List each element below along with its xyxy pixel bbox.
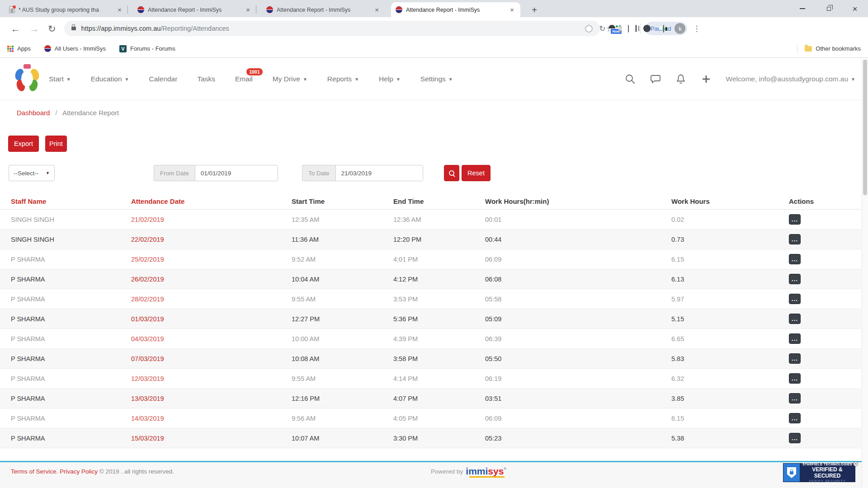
other-bookmarks[interactable]: Other bookmarks [797,44,861,53]
cell-work-hours: 6.15 [671,415,789,422]
privacy-link[interactable]: Privacy Policy [60,468,98,475]
nav-right-cluster: Welcome, info@ausstudygroup.com.au▼ [625,74,855,84]
new-tab-button[interactable]: + [528,4,541,16]
back-button[interactable]: ← [11,24,20,33]
close-button[interactable]: × [842,0,868,17]
welcome-account-menu[interactable]: Welcome, info@ausstudygroup.com.au▼ [726,75,855,83]
add-icon[interactable] [701,74,712,84]
cell-attendance-date: 22/02/2019 [131,236,292,243]
browser-tab-3[interactable]: Attendance Report - ImmiSys × [262,2,385,17]
filter-row: --Select-- ▼ From Date To Date Reset [0,165,868,182]
minimize-button[interactable] [789,0,816,17]
search-button[interactable] [444,165,459,181]
breadcrumb-dashboard-link[interactable]: Dashboard [17,109,50,117]
from-date-input[interactable] [195,165,278,181]
tab-close-icon[interactable]: × [116,5,123,14]
bookmark-all-users[interactable]: All Users - ImmiSys [44,45,106,52]
nav-item-help[interactable]: Help▼ [379,75,401,83]
cell-work-hours-hrmin: 06:08 [485,276,671,283]
row-actions-button[interactable]: ... [789,214,801,225]
cell-attendance-date: 15/03/2019 [131,435,292,442]
column-header-work-hours[interactable]: Work Hours [671,197,789,205]
cell-staff-name: SINGH SINGH [11,216,131,223]
aus-study-group-logo[interactable] [15,64,39,92]
nav-item-email[interactable]: Email1001 [235,75,253,83]
cell-attendance-date: 01/03/2019 [131,315,292,323]
row-actions-button[interactable]: ... [789,294,801,304]
browser-tab-2[interactable]: Attendance Report - ImmiSys × [133,2,256,17]
browser-menu-icon[interactable]: ⋮ [693,24,700,33]
column-header-start-time[interactable]: Start Time [292,197,393,205]
reload-button[interactable]: ↻ [48,24,56,33]
toolbar-divider [640,23,641,33]
extension-gear-icon[interactable] [643,24,651,33]
bookmark-apps[interactable]: Apps [7,45,31,52]
tab-close-icon[interactable]: × [508,5,516,14]
cell-work-hours-hrmin: 05:50 [485,355,671,362]
browser-tab-1[interactable]: * AUS Study group reporting tha × [5,2,128,17]
cell-start-time: 12:35 AM [292,216,393,223]
nav-item-my-drive[interactable]: My Drive▼ [273,75,307,83]
nav-item-education[interactable]: Education▼ [91,75,129,83]
cell-end-time: 3:30 PM [393,435,485,442]
bookmark-forums[interactable]: V Forums - Forums [119,45,175,52]
to-date-input[interactable] [335,165,423,181]
nav-item-settings[interactable]: Settings▼ [420,75,453,83]
row-actions-button[interactable]: ... [789,314,801,324]
print-button[interactable]: Print [45,136,67,152]
staff-select-dropdown[interactable]: --Select-- ▼ [9,165,55,181]
extension-recycle-icon[interactable]: ↻ [599,24,605,33]
row-actions-button[interactable]: ... [789,234,801,244]
cell-end-time: 3:58 PM [393,355,485,362]
nav-item-tasks[interactable]: Tasks [197,75,215,83]
terms-link[interactable]: Terms of Service. [11,468,58,475]
tab-close-icon[interactable]: × [244,5,252,14]
lock-icon [71,27,76,30]
nav-item-start[interactable]: Start▼ [49,75,71,83]
column-header-work-hours-hrmin[interactable]: Work Hours(hr:min) [485,197,671,205]
restore-button[interactable] [816,0,842,17]
address-bar[interactable]: https://app.immisys.com.au/Reporting/Att… [64,21,600,36]
avatar: k [675,23,685,34]
page-content: Start▼ Education▼ Calendar Tasks Email10… [0,58,868,488]
search-icon[interactable] [625,74,636,84]
extension-circle-icon[interactable] [585,24,593,33]
bell-icon[interactable] [675,74,686,84]
cell-work-hours: 5.38 [671,435,789,442]
to-date-label: To Date [302,165,335,181]
row-actions-button[interactable]: ... [789,353,801,364]
row-actions-button[interactable]: ... [789,254,801,264]
column-header-end-time[interactable]: End Time [393,197,485,205]
row-actions-button[interactable]: ... [789,393,801,404]
row-actions-button[interactable]: ... [789,373,801,384]
column-header-attendance-date[interactable]: Attendance Date [131,197,292,205]
cell-attendance-date: 12/03/2019 [131,375,292,382]
immisys-logo: immisys® [466,467,506,476]
breadcrumb-separator: / [56,109,57,117]
forward-button[interactable]: → [29,24,39,33]
row-actions-button[interactable]: ... [789,274,801,284]
nav-item-reports[interactable]: Reports▼ [327,75,359,83]
tab-close-icon[interactable]: × [373,5,381,14]
extension-green-icon[interactable] [663,25,664,33]
cell-start-time: 9:52 AM [292,256,393,263]
nav-item-calendar[interactable]: Calendar [149,75,178,83]
scrollbar-thumb[interactable] [863,60,867,195]
verified-secured-seal[interactable]: STARFIELD TECHNOLOGIES VERIFIED & SECURE… [783,463,855,482]
row-actions-button[interactable]: ... [789,333,801,344]
column-header-staff-name[interactable]: Staff Name [11,197,131,205]
page-scrollbar[interactable] [862,58,868,488]
report-actions: Export Print [8,136,67,152]
reset-button[interactable]: Reset [462,165,491,181]
export-button[interactable]: Export [8,136,39,152]
chat-icon[interactable] [650,74,661,84]
other-bookmarks-label: Other bookmarks [816,45,861,52]
cell-start-time: 11:36 AM [292,236,393,243]
extension-sheet-icon[interactable] [628,25,629,33]
browser-tab-4-active[interactable]: Attendance Report - ImmiSys × [391,2,520,17]
extension-grid-icon[interactable] [635,25,637,32]
row-actions-button[interactable]: ... [789,433,801,443]
row-actions-button[interactable]: ... [789,413,801,423]
cell-staff-name: P SHARMA [11,335,131,343]
extension-skype-icon[interactable]: S [618,25,622,33]
